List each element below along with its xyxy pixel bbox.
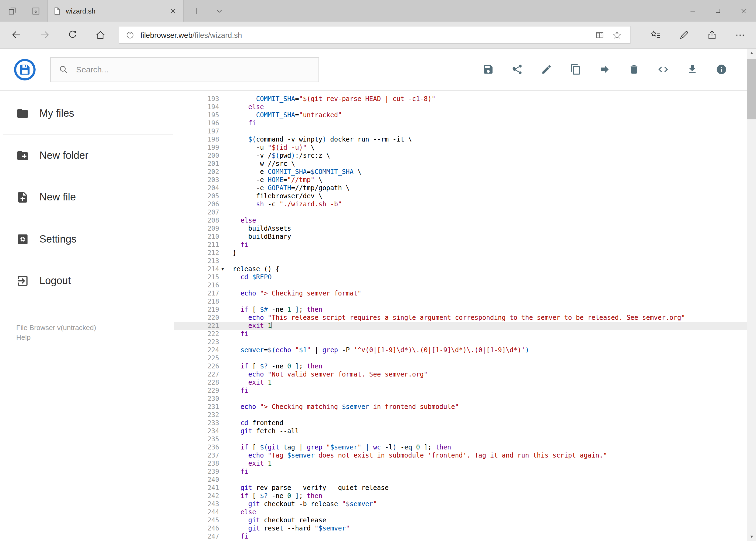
code-line[interactable]: 226 if [ $? -ne 0 ]; then — [174, 362, 756, 370]
sidebar-item-new-folder[interactable]: New folder — [0, 135, 174, 176]
line-number: 223 — [174, 338, 219, 346]
scrollbar-thumb[interactable] — [747, 59, 756, 119]
back-button[interactable] — [2, 22, 30, 48]
code-line[interactable]: 207 — [174, 209, 756, 217]
code-line[interactable]: 225 — [174, 354, 756, 362]
search-input[interactable] — [75, 64, 311, 75]
browser-share-button[interactable] — [698, 22, 726, 48]
code-line[interactable]: 233 cd frontend — [174, 419, 756, 427]
hub-button[interactable] — [641, 22, 670, 48]
code-line[interactable]: 203 -e HOME="//tmp" \ — [174, 176, 756, 184]
code-line[interactable]: 229 fi — [174, 387, 756, 395]
code-line[interactable]: 218 — [174, 297, 756, 306]
code-line[interactable]: 210 buildBinary — [174, 233, 756, 241]
code-line[interactable]: 220 echo "This release script requires a… — [174, 314, 756, 322]
code-line[interactable]: 211 fi — [174, 241, 756, 249]
code-button[interactable] — [648, 55, 678, 84]
add-favorite-button[interactable] — [609, 26, 626, 44]
edit-button[interactable] — [532, 55, 561, 84]
code-line[interactable]: 244 else — [174, 508, 756, 516]
sidebar-item-my-files[interactable]: My files — [0, 92, 174, 134]
code-line[interactable]: 222 fi — [174, 330, 756, 338]
info-icon[interactable] — [124, 31, 136, 39]
tab-preview-toggle-button[interactable] — [208, 0, 230, 22]
maximize-button[interactable] — [705, 0, 731, 22]
code-line[interactable]: 242 if [ $? -ne 0 ]; then — [174, 492, 756, 500]
scroll-down-button[interactable] — [747, 532, 756, 541]
code-line[interactable]: 204 -e GOPATH=//tmp/gopath \ — [174, 184, 756, 192]
new-tab-button[interactable] — [183, 0, 208, 22]
code-line[interactable]: 214▾release () { — [174, 265, 756, 273]
browser-tab[interactable]: wizard.sh — [48, 0, 183, 22]
sidebar-item-new-file[interactable]: New file — [0, 176, 174, 218]
code-line[interactable]: 199 -u "$(id -u)" \ — [174, 144, 756, 152]
code-line[interactable]: 205 filebrowser/dev \ — [174, 192, 756, 201]
copy-button[interactable] — [561, 55, 590, 84]
code-line[interactable]: 234 git fetch --all — [174, 427, 756, 435]
code-line[interactable]: 209 buildAssets — [174, 225, 756, 233]
home-button[interactable] — [86, 22, 115, 48]
code-line[interactable]: 223 — [174, 338, 756, 346]
sidebar-item-logout[interactable]: Logout — [0, 260, 174, 301]
help-link[interactable]: Help — [16, 333, 174, 342]
code-line[interactable]: 198 $(command -v winpty) docker run --rm… — [174, 136, 756, 144]
code-line[interactable]: 212} — [174, 249, 756, 257]
code-line[interactable]: 246 git reset --hard "$semver" — [174, 525, 756, 533]
code-line[interactable]: 206 sh -c "./wizard.sh -b" — [174, 201, 756, 209]
forward-button[interactable] — [30, 22, 58, 48]
web-notes-button[interactable] — [670, 22, 698, 48]
reading-view-button[interactable] — [591, 26, 609, 44]
code-line[interactable]: 224 semver=$(echo "$1" | grep -P '^v(0|[… — [174, 346, 756, 354]
code-line[interactable]: 200 -v /$(pwd):/src:z \ — [174, 152, 756, 160]
code-text: cd frontend — [226, 419, 756, 427]
code-line[interactable]: 193 COMMIT_SHA="$(git rev-parse HEAD | c… — [174, 95, 756, 103]
share-button[interactable] — [503, 55, 532, 84]
code-line[interactable]: 217 echo "> Checking semver format" — [174, 289, 756, 297]
code-line[interactable]: 197 — [174, 128, 756, 136]
code-line[interactable]: 243 git checkout -b release "$semver" — [174, 500, 756, 508]
tabs-set-aside-button[interactable] — [0, 0, 24, 22]
code-line[interactable]: 247 fi — [174, 533, 756, 541]
tab-close-button[interactable] — [168, 6, 177, 16]
code-line[interactable]: 239 fi — [174, 468, 756, 476]
refresh-button[interactable] — [58, 22, 86, 48]
code-line[interactable]: 201 -w //src \ — [174, 160, 756, 168]
code-line[interactable]: 238 exit 1 — [174, 460, 756, 468]
minimize-button[interactable] — [680, 0, 705, 22]
code-line[interactable]: 219 if [ $# -ne 1 ]; then — [174, 306, 756, 314]
save-button[interactable] — [474, 55, 503, 84]
info-button[interactable] — [707, 55, 736, 84]
code-line[interactable]: 231 echo "> Checking matching $semver in… — [174, 403, 756, 411]
code-line[interactable]: 236 if [ $(git tag | grep "$semver" | wc… — [174, 443, 756, 452]
code-line[interactable]: 235 — [174, 435, 756, 443]
scroll-up-button[interactable] — [747, 49, 756, 58]
code-line[interactable]: 228 exit 1 — [174, 379, 756, 387]
more-button[interactable] — [726, 22, 754, 48]
code-line[interactable]: 232 — [174, 411, 756, 419]
code-line[interactable]: 194 else — [174, 103, 756, 111]
code-line[interactable]: 216 — [174, 281, 756, 289]
code-line[interactable]: 227 echo "Not valid semver format. See s… — [174, 370, 756, 379]
move-button[interactable] — [590, 55, 620, 84]
code-editor[interactable]: 193 COMMIT_SHA="$(git rev-parse HEAD | c… — [174, 91, 756, 541]
delete-button[interactable] — [620, 55, 648, 84]
download-button[interactable] — [678, 55, 707, 84]
code-line[interactable]: 221 exit 1 — [174, 322, 756, 330]
code-text: else — [226, 508, 756, 516]
code-line[interactable]: 213 — [174, 257, 756, 265]
code-line[interactable]: 240 — [174, 476, 756, 484]
code-line[interactable]: 208 else — [174, 217, 756, 225]
code-line[interactable]: 237 echo "Tag $semver does not exist in … — [174, 452, 756, 460]
close-window-button[interactable] — [731, 0, 756, 22]
set-tabs-aside-button[interactable] — [24, 0, 48, 22]
code-line[interactable]: 202 -e COMMIT_SHA=$COMMIT_SHA \ — [174, 168, 756, 176]
code-line[interactable]: 195 COMMIT_SHA="untracked" — [174, 111, 756, 119]
code-line[interactable]: 215 cd $REPO — [174, 273, 756, 281]
address-bar[interactable]: filebrowser.web/files/wizard.sh — [119, 26, 630, 44]
sidebar-item-settings[interactable]: Settings — [0, 218, 174, 260]
code-line[interactable]: 241 git rev-parse --verify --quiet relea… — [174, 484, 756, 492]
fold-marker-icon[interactable]: ▾ — [219, 265, 226, 273]
code-line[interactable]: 196 fi — [174, 119, 756, 128]
code-line[interactable]: 230 — [174, 395, 756, 403]
code-line[interactable]: 245 git checkout release — [174, 516, 756, 525]
